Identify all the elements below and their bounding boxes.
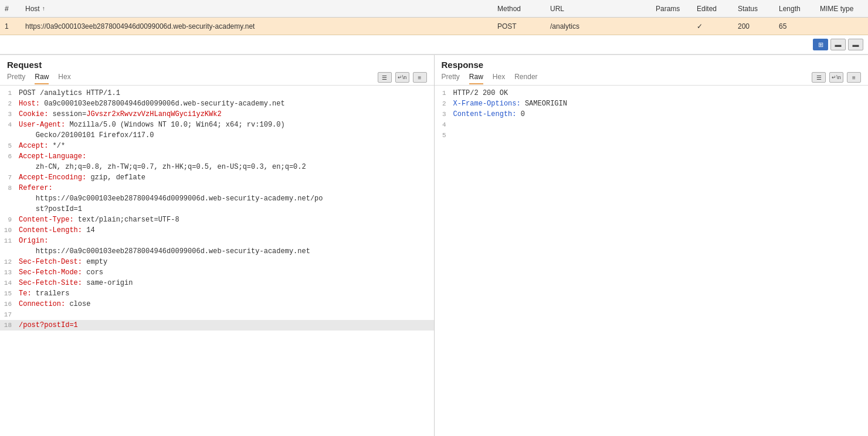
line-number: 6 [0, 151, 16, 162]
split-both-icon[interactable]: ⊞ [813, 39, 828, 50]
line-number: 15 [0, 288, 16, 299]
request-line: 11Origin: [0, 236, 434, 246]
request-line: 4User-Agent: Mozilla/5.0 (Windows NT 10.… [0, 120, 434, 130]
response-icon-wrap[interactable]: ↵\n [829, 72, 843, 83]
request-line: 16Connection: close [0, 299, 434, 309]
line-number: 18 [0, 320, 16, 331]
line-content: st?postId=1 [16, 204, 434, 214]
request-line: 15Te: trailers [0, 288, 434, 299]
response-icon-menu[interactable]: ≡ [847, 72, 861, 83]
request-line: Gecko/20100101 Firefox/117.0 [0, 130, 434, 141]
line-content [451, 130, 869, 141]
line-number: 13 [0, 267, 16, 278]
cell-url: /analytics [545, 22, 651, 30]
col-length: Length [774, 5, 815, 13]
request-line: 5Accept: */* [0, 141, 434, 151]
split-vertical-icon[interactable]: ▬ [848, 39, 863, 50]
request-line: 2Host: 0a9c000103eeb2878004946d0099006d.… [0, 98, 434, 109]
response-tab-icons: ☰ ↵\n ≡ [812, 72, 861, 85]
response-line: 4 [435, 120, 869, 130]
line-number: 2 [0, 98, 16, 109]
tab-response-render[interactable]: Render [514, 73, 537, 84]
response-icon-msg[interactable]: ☰ [812, 72, 826, 83]
line-content: Content-Type: text/plain;charset=UTF-8 [16, 214, 434, 225]
request-line: 10Content-Length: 14 [0, 225, 434, 236]
line-content: Accept-Language: [16, 151, 434, 162]
line-number: 4 [0, 120, 16, 130]
line-content: Accept-Encoding: gzip, deflate [16, 172, 434, 183]
line-number: 5 [0, 141, 16, 151]
table-row[interactable]: 1 https://0a9c000103eeb2878004946d009900… [0, 18, 868, 35]
line-number: 16 [0, 299, 16, 309]
line-content: Content-Length: 14 [16, 225, 434, 236]
line-content: /post?postId=1 [16, 320, 434, 331]
response-code-area[interactable]: 1HTTP/2 200 OK2X-Frame-Options: SAMEORIG… [435, 86, 869, 436]
tab-request-hex[interactable]: Hex [58, 73, 70, 84]
request-line: https://0a9c000103eeb2878004946d0099006d… [0, 193, 434, 204]
line-content: Sec-Fetch-Mode: cors [16, 267, 434, 278]
col-status: Status [733, 5, 774, 13]
line-content [451, 120, 869, 130]
line-content: Content-Length: 0 [451, 109, 869, 120]
cell-status: 200 [733, 22, 774, 30]
request-panel: Request Pretty Raw Hex ☰ ↵\n ≡ 1POST /an… [0, 55, 435, 436]
request-line: 14Sec-Fetch-Site: same-origin [0, 278, 434, 288]
col-num: # [0, 5, 21, 13]
line-content: Host: 0a9c000103eeb2878004946d0099006d.w… [16, 98, 434, 109]
request-line: https://0a9c000103eeb2878004946d0099006d… [0, 246, 434, 257]
line-number: 9 [0, 214, 16, 225]
line-content: X-Frame-Options: SAMEORIGIN [451, 98, 869, 109]
line-number: 12 [0, 257, 16, 267]
line-number: 17 [0, 309, 16, 320]
line-content: Cookie: session=JGvszr2xRwvzvVzHLanqWGyc… [16, 109, 434, 120]
split-icons-group: ⊞ ▬ ▬ [813, 39, 863, 50]
col-method: Method [493, 5, 545, 13]
line-number [0, 162, 16, 172]
cell-host: https://0a9c000103eeb2878004946d0099006d… [21, 22, 493, 30]
line-number [0, 246, 16, 257]
table-header: # Host ↑ Method URL Params Edited Status… [0, 0, 868, 18]
cell-method: POST [493, 22, 545, 30]
tab-response-pretty[interactable]: Pretty [442, 73, 460, 84]
response-title: Response [442, 60, 484, 70]
request-icon-menu[interactable]: ≡ [413, 72, 427, 83]
response-panel-header: Response [435, 55, 869, 70]
tab-request-pretty[interactable]: Pretty [7, 73, 25, 84]
panels-container: Request Pretty Raw Hex ☰ ↵\n ≡ 1POST /an… [0, 54, 868, 436]
tab-request-raw[interactable]: Raw [35, 73, 49, 84]
request-line: 12Sec-Fetch-Dest: empty [0, 257, 434, 267]
line-number: 5 [435, 130, 451, 141]
line-number [0, 193, 16, 204]
line-number: 4 [435, 120, 451, 130]
split-horizontal-icon[interactable]: ▬ [830, 39, 846, 50]
cell-edited: ✓ [692, 22, 733, 30]
request-line: 8Referer: [0, 183, 434, 193]
request-line: 9Content-Type: text/plain;charset=UTF-8 [0, 214, 434, 225]
line-content [16, 309, 434, 320]
response-line: 5 [435, 130, 869, 141]
col-edited: Edited [692, 5, 733, 13]
request-icon-wrap[interactable]: ↵\n [395, 72, 409, 83]
line-content: https://0a9c000103eeb2878004946d0099006d… [16, 246, 434, 257]
line-content: zh-CN, zh;q=0.8, zh-TW;q=0.7, zh-HK;q=0.… [16, 162, 434, 172]
col-params: Params [651, 5, 692, 13]
line-number [0, 204, 16, 214]
line-content: Origin: [16, 236, 434, 246]
line-content: POST /analytics HTTP/1.1 [16, 88, 434, 98]
tab-response-hex[interactable]: Hex [493, 73, 505, 84]
request-title: Request [7, 60, 42, 70]
request-line: 1POST /analytics HTTP/1.1 [0, 88, 434, 98]
response-line: 2X-Frame-Options: SAMEORIGIN [435, 98, 869, 109]
request-icon-msg[interactable]: ☰ [378, 72, 392, 83]
response-line: 1HTTP/2 200 OK [435, 88, 869, 98]
response-line: 3Content-Length: 0 [435, 109, 869, 120]
line-number: 3 [0, 109, 16, 120]
tab-response-raw[interactable]: Raw [469, 73, 483, 84]
line-content: Sec-Fetch-Dest: empty [16, 257, 434, 267]
request-line: 17 [0, 309, 434, 320]
line-content: Sec-Fetch-Site: same-origin [16, 278, 434, 288]
request-line: 7Accept-Encoding: gzip, deflate [0, 172, 434, 183]
line-number: 7 [0, 172, 16, 183]
line-content: Connection: close [16, 299, 434, 309]
request-code-area[interactable]: 1POST /analytics HTTP/1.12Host: 0a9c0001… [0, 86, 434, 436]
